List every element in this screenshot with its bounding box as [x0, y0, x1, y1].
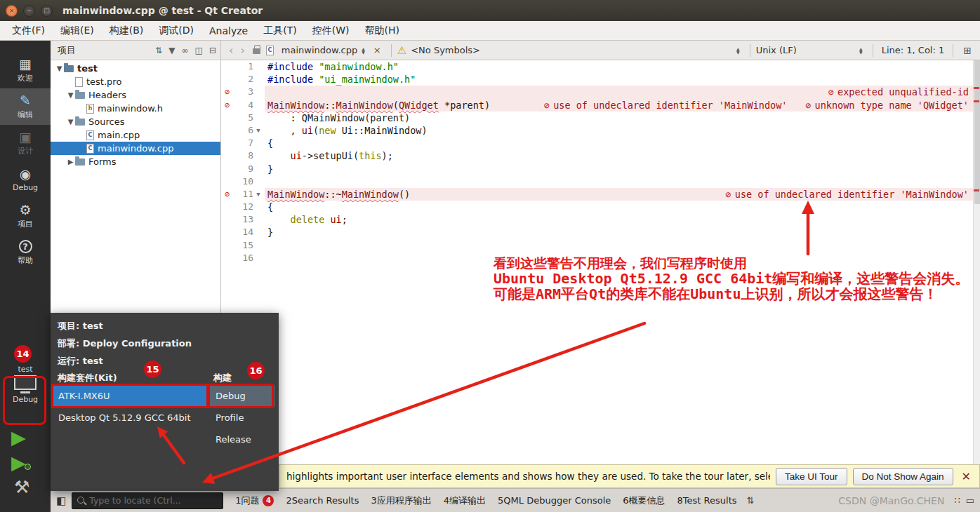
code-line-12[interactable]: 12{: [221, 201, 980, 213]
error-mark: [974, 189, 979, 191]
kit-option-ATK-I.MX6U[interactable]: ATK-I.MX6U: [52, 385, 208, 407]
close-panel-icon[interactable]: ⊟: [209, 46, 216, 55]
run-button[interactable]: ▶: [11, 428, 26, 447]
code-line-2[interactable]: 2#include "ui_mainwindow.h": [221, 73, 980, 86]
code-line-6[interactable]: 6▼ , ui(new Ui::MainWindow): [221, 124, 980, 137]
mode-welcome[interactable]: ▦欢迎: [0, 52, 51, 88]
debug-run-button[interactable]: ▶: [11, 453, 26, 472]
line-number: 3: [233, 86, 253, 98]
code-line-1[interactable]: 1#include "mainwindow.h": [221, 60, 980, 73]
menu-item-2[interactable]: 构建(B): [102, 22, 152, 40]
back-icon[interactable]: ‹: [225, 43, 237, 57]
code-token: [267, 213, 291, 226]
split-panel-icon[interactable]: ◫: [195, 46, 203, 55]
tree-item-Forms[interactable]: ▶Forms: [51, 155, 220, 168]
output-pane-2[interactable]: 2 Search Results: [286, 495, 359, 506]
locator-input[interactable]: [89, 495, 208, 506]
tree-item-mainwindow.h[interactable]: hmainwindow.h: [51, 102, 220, 115]
close-notification-icon[interactable]: ✕: [962, 470, 971, 483]
symbols-combo[interactable]: <No Symbols> ▲▼: [411, 45, 743, 55]
tree-item-Sources[interactable]: ▼Sources: [51, 115, 220, 128]
tree-item-mainwindow.cpp[interactable]: Cmainwindow.cpp: [51, 142, 220, 155]
open-file-name[interactable]: mainwindow.cpp: [282, 45, 357, 55]
close-window-button[interactable]: ×: [6, 5, 18, 17]
code-line-11[interactable]: ⊘11▼MainWindow::~MainWindow()⊘use of und…: [221, 188, 980, 201]
output-pane-arrows-icon[interactable]: ⇅: [747, 495, 755, 506]
menu-item-6[interactable]: 控件(W): [305, 22, 357, 40]
expand-arrow-icon[interactable]: ▼: [66, 118, 75, 126]
line-ending-dropdown-icon[interactable]: ▲▼: [859, 47, 863, 54]
tree-item-test.pro[interactable]: test.pro: [51, 75, 220, 88]
fold-marker-icon[interactable]: ▼: [253, 188, 263, 201]
mode-design[interactable]: ▣设计: [0, 125, 51, 161]
menu-item-7[interactable]: 帮助(H): [357, 22, 406, 40]
red-annotation-text: 看到这些警告不用理会，我们写程序时使用 Ubuntu Desktop Qt5.1…: [494, 255, 969, 302]
mode-edit[interactable]: ✎编辑: [0, 88, 51, 125]
output-pane-1[interactable]: 1 问题4: [235, 494, 274, 507]
output-pane-8[interactable]: 8 Test Results: [677, 495, 737, 506]
build-option-Release[interactable]: Release: [209, 429, 274, 450]
build-button[interactable]: ⚒: [14, 477, 29, 497]
editor-column: ‹ › C mainwindow.cpp ▲▼ × ⚠ <No Symbols>…: [221, 41, 980, 488]
code-line-5[interactable]: 5 : QMainWindow(parent): [221, 112, 980, 124]
status-bar: ◧ 1 问题42 Search Results3 应用程序输出4 编译输出5 Q…: [51, 488, 980, 512]
locator[interactable]: [72, 492, 223, 509]
pane-key: 1: [235, 495, 241, 506]
code-line-15[interactable]: 15: [221, 239, 980, 252]
output-pane-3[interactable]: 3 应用程序输出: [371, 494, 432, 507]
code-line-4[interactable]: ⊘4MainWindow::MainWindow(QWidget *parent…: [221, 99, 980, 112]
menu-item-3[interactable]: 调试(D): [151, 22, 201, 40]
code-line-10[interactable]: 10: [221, 175, 980, 188]
file-dropdown-icon[interactable]: ▲▼: [362, 47, 365, 54]
filter-icon[interactable]: ▼: [168, 46, 175, 55]
pane-select-arrows-icon[interactable]: ⇅: [155, 46, 162, 55]
forward-icon[interactable]: ›: [237, 43, 248, 57]
code-line-7[interactable]: 7{: [221, 137, 980, 149]
line-number: 9: [233, 163, 253, 175]
code-line-13[interactable]: 13 delete ui;: [221, 213, 980, 226]
expand-arrow-icon[interactable]: ▼: [66, 91, 75, 99]
close-file-icon[interactable]: ×: [373, 45, 381, 55]
sync-link-icon[interactable]: ∞: [182, 46, 189, 55]
gutter-spacer: [221, 252, 233, 264]
mode-debug[interactable]: ◉Debug: [0, 161, 51, 198]
build-option-Profile[interactable]: Profile: [209, 407, 274, 429]
expand-arrow-icon[interactable]: ▼: [55, 65, 64, 72]
mode-help[interactable]: ?帮助: [0, 234, 51, 271]
output-pane-4[interactable]: 4 编译输出: [444, 494, 486, 507]
mode-projects[interactable]: ⚙项目: [0, 198, 51, 234]
menu-item-4[interactable]: Analyze: [201, 22, 256, 39]
output-pane-5[interactable]: 5 QML Debugger Console: [498, 495, 611, 506]
code-editor[interactable]: 1#include "mainwindow.h"2#include "ui_ma…: [221, 60, 980, 488]
minimize-window-button[interactable]: −: [23, 5, 35, 17]
code-line-14[interactable]: 14}: [221, 226, 980, 238]
build-option-Debug[interactable]: Debug: [209, 385, 274, 407]
expand-arrow-icon[interactable]: ▶: [66, 158, 75, 166]
menu-item-5[interactable]: 工具(T): [256, 22, 304, 40]
tree-item-label: test.pro: [86, 76, 121, 87]
scrollbar-thumb[interactable]: [974, 60, 980, 204]
kit-selector-button[interactable]: test Debug: [4, 365, 46, 411]
take-ui-tour-button[interactable]: Take UI Tour: [776, 468, 847, 485]
menu-item-0[interactable]: 文件(F): [4, 22, 53, 40]
editor-scrollbar[interactable]: [973, 60, 980, 488]
sidebar-toggle-icon[interactable]: ◧: [56, 494, 66, 507]
code-line-3[interactable]: ⊘3⊘expected unqualified-id: [221, 86, 980, 98]
do-not-show-again-button[interactable]: Do Not Show Again: [853, 468, 953, 485]
split-editor-icon[interactable]: ⊞: [963, 45, 972, 56]
code-line-8[interactable]: 8 ui->setupUi(this);: [221, 149, 980, 162]
output-pane-6[interactable]: 6 概要信息: [623, 494, 665, 507]
code-line-9[interactable]: 9}: [221, 163, 980, 175]
popup-deploy-value: Deploy Configuration: [83, 338, 192, 349]
kit-option-Desktop Qt 5.12.9 GCC 64bit[interactable]: Desktop Qt 5.12.9 GCC 64bit: [52, 407, 208, 429]
tree-item-test[interactable]: ▼test: [51, 62, 220, 75]
tree-item-Headers[interactable]: ▼Headers: [51, 88, 220, 102]
fold-marker-icon[interactable]: ▼: [253, 124, 263, 137]
symbols-dropdown-icon[interactable]: ▲▼: [736, 47, 740, 54]
maximize-window-button[interactable]: □: [41, 5, 53, 17]
pane-label: 问题: [241, 494, 259, 507]
menu-item-1[interactable]: 编辑(E): [53, 22, 102, 40]
line-ending-combo[interactable]: Unix (LF) ▲▼: [756, 45, 867, 55]
tree-item-main.cpp[interactable]: Cmain.cpp: [51, 128, 220, 142]
menubar: 文件(F)编辑(E)构建(B)调试(D)Analyze工具(T)控件(W)帮助(…: [0, 21, 980, 41]
